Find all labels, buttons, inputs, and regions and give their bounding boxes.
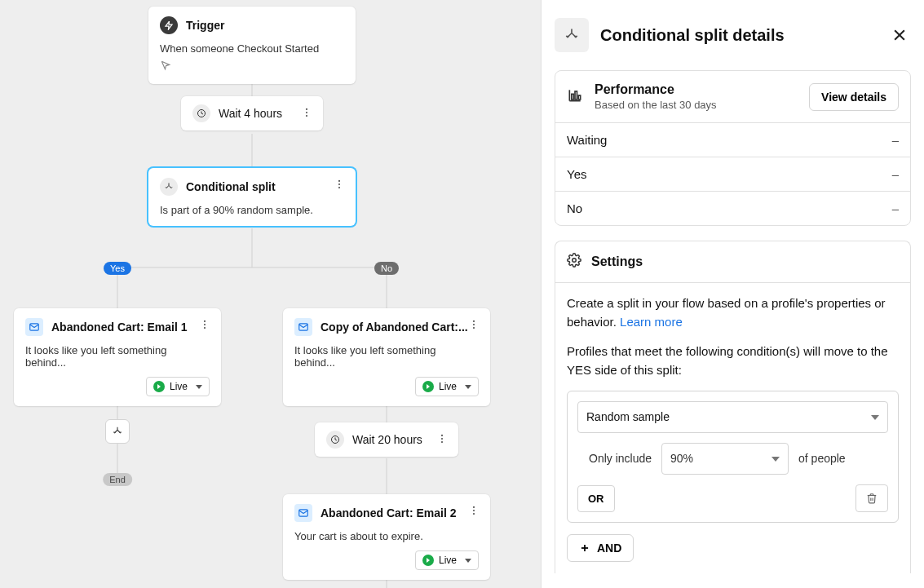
node-conditional-split[interactable]: Conditional split Is part of a 90% rando… [148,168,356,226]
mail-icon [294,504,312,522]
drawer-header: Conditional split details [555,18,911,52]
clock-icon [192,104,210,122]
chevron-down-icon [871,415,879,420]
performance-subtitle: Based on the last 30 days [595,99,717,111]
performance-title: Performance [595,82,717,97]
split-icon [160,178,178,196]
and-button[interactable]: AND [567,534,634,562]
node-split-menu[interactable] [329,175,349,194]
svg-point-28 [441,438,443,440]
close-button[interactable] [888,24,911,46]
node-trigger[interactable]: Trigger When someone Checkout Started [148,7,356,84]
settings-yes-desc: Profiles that meet the following conditi… [567,343,899,379]
svg-point-21 [204,327,206,329]
svg-point-29 [441,441,443,443]
delete-condition-button[interactable] [855,484,888,512]
node-no-email2-desc: Your cart is about to expire. [294,530,479,542]
svg-point-23 [473,321,475,322]
metric-label: No [567,201,582,215]
svg-point-17 [338,187,340,188]
node-trigger-desc: When someone Checkout Started [160,42,344,55]
node-yes-email-status[interactable]: Live [146,377,210,396]
node-no-email2-status[interactable]: Live [415,550,479,570]
condition-type-select[interactable]: Random sample [577,401,888,433]
node-split-stub[interactable] [105,419,130,444]
chevron-down-icon [465,559,471,563]
plus-icon [579,542,590,554]
node-wait-4h-menu[interactable] [297,103,316,122]
node-trigger-title: Trigger [186,19,224,32]
condition-group: Random sample Only include 90% of people… [567,391,899,523]
metric-label: Waiting [567,133,607,147]
metric-value: – [892,201,899,215]
svg-point-12 [306,108,307,110]
node-split-desc: Is part of a 90% random sample. [160,204,344,216]
mail-icon [294,318,312,336]
node-wait-4h[interactable]: Wait 4 hours [181,96,323,130]
svg-point-27 [441,435,443,436]
svg-point-24 [473,324,475,325]
view-details-button[interactable]: View details [809,83,899,111]
node-no-email1-desc: It looks like you left something behind.… [294,344,479,369]
node-yes-email-title: Abandoned Cart: Email 1 [51,321,187,334]
node-no-email1[interactable]: Copy of Abandoned Cart:... It looks like… [283,308,490,406]
condition-type-value: Random sample [586,409,670,426]
drawer-title: Conditional split details [600,26,877,45]
metric-yes: Yes – [555,157,910,191]
svg-point-32 [473,510,475,511]
svg-point-14 [306,115,307,117]
node-no-email2-menu[interactable] [464,501,484,520]
status-label: Live [439,555,457,566]
node-no-email1-title: Copy of Abandoned Cart:... [321,321,468,334]
cursor-select-icon [160,60,344,74]
percent-select[interactable]: 90% [661,443,789,475]
settings-desc: Create a split in your flow based on a p… [567,296,886,329]
node-split-title: Conditional split [186,180,276,193]
and-label: AND [597,542,621,555]
svg-point-41 [573,259,577,263]
node-wait-20h[interactable]: Wait 20 hours [315,422,458,457]
of-people-label: of people [798,450,846,467]
svg-rect-38 [572,94,574,99]
play-icon [153,381,165,392]
svg-point-15 [338,180,340,182]
chevron-down-icon [771,457,780,462]
status-label: Live [170,381,188,392]
metric-value: – [892,167,899,181]
chevron-down-icon [196,385,202,389]
node-no-email2[interactable]: Abandoned Cart: Email 2 Your cart is abo… [283,494,490,580]
status-label: Live [439,381,457,392]
svg-point-25 [473,327,475,329]
or-button[interactable]: OR [577,485,615,512]
metric-waiting: Waiting – [555,123,910,157]
clock-icon [326,431,344,449]
only-include-label: Only include [589,450,652,467]
svg-point-19 [204,321,206,322]
metric-label: Yes [567,167,586,181]
branch-badge-end: End [103,473,132,486]
svg-point-16 [338,183,340,185]
svg-point-31 [473,506,475,508]
node-no-email2-title: Abandoned Cart: Email 2 [321,506,456,519]
node-wait-20h-menu[interactable] [432,429,452,449]
svg-rect-39 [575,91,577,99]
panel-performance: Performance Based on the last 30 days Vi… [555,70,911,226]
node-yes-email-menu[interactable] [195,315,214,334]
play-icon [422,381,434,392]
gear-icon [567,253,581,271]
mail-icon [25,318,43,336]
analytics-icon [567,87,583,107]
node-yes-email-desc: It looks like you left something behind.… [25,344,210,369]
svg-rect-40 [578,95,581,99]
details-drawer: Conditional split details Performance Ba… [541,0,924,588]
node-yes-email[interactable]: Abandoned Cart: Email 1 It looks like yo… [14,308,221,406]
node-wait-4h-label: Wait 4 hours [219,107,282,120]
node-no-email1-menu[interactable] [464,315,484,334]
svg-point-33 [473,513,475,515]
split-icon [555,18,589,52]
percent-value: 90% [670,450,693,467]
node-no-email1-status[interactable]: Live [415,377,479,396]
learn-more-link[interactable]: Learn more [620,315,683,329]
metric-no: No – [555,191,910,225]
node-wait-20h-label: Wait 20 hours [352,433,422,446]
